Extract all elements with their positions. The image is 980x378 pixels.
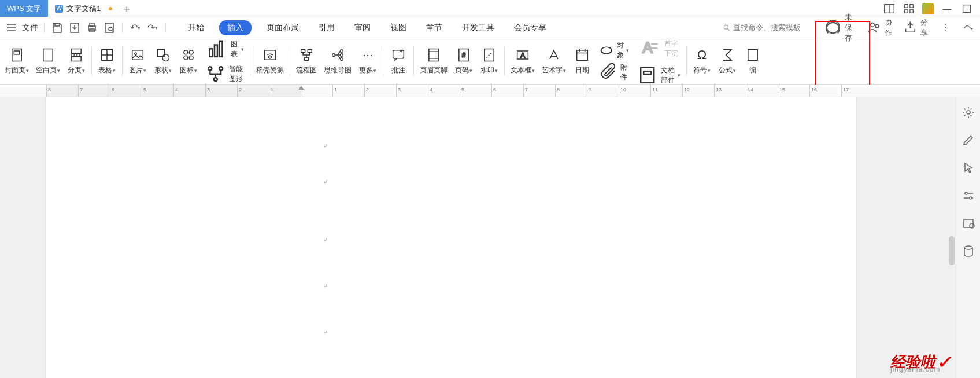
object-button[interactable]: 对象▾ [598, 41, 629, 60]
comment-button[interactable]: 批注 [386, 41, 411, 82]
symbol-button[interactable]: Ω符号▾ [689, 41, 715, 82]
document-area: ⤶ ⤶ ⤶ ⤶ ⤶ [0, 97, 956, 378]
picture-button[interactable]: 图片▾ [125, 41, 150, 82]
side-settings-icon[interactable] [961, 189, 975, 203]
watermark-logo: 经验啦 ✓ jingyanla.com [890, 352, 951, 372]
tab-layout[interactable]: 页面布局 [262, 20, 304, 35]
file-menu[interactable]: 文件 [22, 23, 38, 33]
svg-rect-32 [132, 50, 143, 60]
svg-point-18 [724, 25, 728, 29]
attachment-button[interactable]: 附件 [598, 63, 629, 82]
paragraph-mark: ⤶ [323, 142, 328, 150]
tab-insert[interactable]: 插入 [219, 20, 252, 35]
svg-point-38 [184, 56, 188, 60]
date-button[interactable]: 日期 [569, 41, 595, 82]
print-icon[interactable] [85, 21, 99, 35]
document-tab[interactable]: W 文字文稿1 [48, 0, 118, 17]
svg-point-33 [135, 53, 137, 55]
docer-button[interactable]: 稻壳资源 [253, 41, 287, 82]
docpart-button[interactable]: 文档部件▾ [636, 64, 681, 86]
paragraph-mark: ⤶ [323, 282, 328, 290]
svg-point-22 [875, 24, 879, 28]
more-button[interactable]: ⋯更多▾ [355, 41, 380, 82]
vertical-scrollbar[interactable] [948, 97, 956, 378]
cover-page-button[interactable]: 封面页▾ [1, 41, 32, 82]
preview-icon[interactable] [102, 21, 116, 35]
separator [91, 47, 92, 76]
formula-button[interactable]: 公式▾ [715, 41, 740, 82]
svg-point-52 [341, 50, 343, 53]
unsaved-status[interactable]: 未保存 [823, 12, 857, 43]
paragraph-mark: ⤶ [323, 329, 328, 336]
menu-hamburger-icon[interactable] [5, 21, 19, 35]
share-button[interactable]: 分享 [903, 17, 929, 38]
tab-start[interactable]: 开始 [183, 20, 209, 35]
collapse-ribbon-icon[interactable]: ヘ [961, 21, 975, 35]
svg-point-87 [964, 246, 972, 249]
side-page-icon[interactable] [961, 216, 975, 230]
horizontal-ruler[interactable]: 876543211234567891011121314151617 [0, 85, 980, 97]
tab-review[interactable]: 审阅 [350, 20, 375, 35]
icon-button[interactable]: 图标▾ [176, 41, 201, 82]
svg-rect-67 [577, 50, 588, 61]
svg-rect-42 [219, 41, 222, 57]
svg-rect-3 [910, 4, 914, 8]
export-icon[interactable] [68, 21, 82, 35]
chart-button[interactable]: 图表▾ [205, 37, 244, 61]
separator [383, 47, 383, 76]
number-button[interactable]: 编 [740, 41, 765, 82]
separator [413, 47, 414, 76]
side-pen-icon[interactable] [961, 133, 975, 147]
table-button[interactable]: 表格▾ [94, 41, 120, 82]
menubar-right: 未保存 协作 分享 ⋮ ヘ [723, 12, 975, 43]
save-icon[interactable] [50, 21, 64, 35]
svg-rect-10 [55, 23, 60, 26]
scrollbar-thumb[interactable] [949, 236, 955, 265]
new-tab-button[interactable]: ＋ [118, 0, 135, 17]
smartart-button[interactable]: 智能图形 [205, 63, 244, 85]
textbox-button[interactable]: A文本框▾ [507, 41, 538, 82]
svg-rect-25 [43, 49, 53, 61]
svg-rect-24 [14, 51, 19, 54]
tab-section[interactable]: 章节 [421, 20, 447, 35]
separator [122, 47, 123, 76]
collab-button[interactable]: 协作 [867, 17, 893, 38]
home-tab[interactable]: WPS 文字 [0, 0, 48, 17]
side-cursor-icon[interactable] [961, 161, 975, 175]
svg-rect-2 [905, 4, 908, 8]
svg-point-44 [219, 67, 223, 70]
page-number-button[interactable]: #页码▾ [451, 41, 476, 82]
svg-rect-13 [90, 23, 94, 26]
separator [44, 23, 45, 33]
wordart-button[interactable]: 艺术字▾ [538, 41, 569, 82]
shape-button[interactable]: 形状▾ [150, 41, 176, 82]
svg-rect-77 [748, 50, 757, 61]
flowchart-button[interactable]: 流程图 [293, 41, 320, 82]
side-toolbox-icon[interactable] [961, 105, 975, 119]
blank-page-button[interactable]: 空白页▾ [32, 41, 64, 82]
tab-member[interactable]: 会员专享 [509, 20, 551, 35]
watermark-button[interactable]: 水印▾ [476, 41, 502, 82]
page-break-button[interactable]: 分页▾ [64, 41, 89, 82]
tab-view[interactable]: 视图 [386, 20, 411, 35]
svg-rect-48 [301, 50, 305, 53]
undo-icon[interactable]: ↶▾ [128, 21, 142, 35]
svg-text:A: A [642, 39, 653, 56]
tab-developer[interactable]: 开发工具 [457, 20, 499, 35]
side-database-icon[interactable] [961, 244, 975, 258]
svg-point-51 [332, 54, 335, 57]
command-search[interactable] [723, 23, 814, 32]
svg-text:A: A [520, 51, 526, 60]
redo-icon[interactable]: ↷▾ [146, 21, 160, 35]
mindmap-button[interactable]: 思维导图 [320, 41, 355, 82]
svg-line-64 [486, 52, 491, 57]
header-footer-button[interactable]: 页眉页脚 [416, 41, 451, 82]
svg-point-21 [871, 23, 875, 27]
svg-point-78 [967, 111, 970, 114]
tab-reference[interactable]: 引用 [314, 20, 339, 35]
document-page[interactable]: ⤶ ⤶ ⤶ ⤶ ⤶ [46, 97, 856, 378]
search-input[interactable] [733, 23, 814, 32]
svg-point-36 [184, 50, 188, 54]
more-menu-icon[interactable]: ⋮ [938, 21, 952, 35]
doc-type-icon: W [55, 5, 63, 13]
